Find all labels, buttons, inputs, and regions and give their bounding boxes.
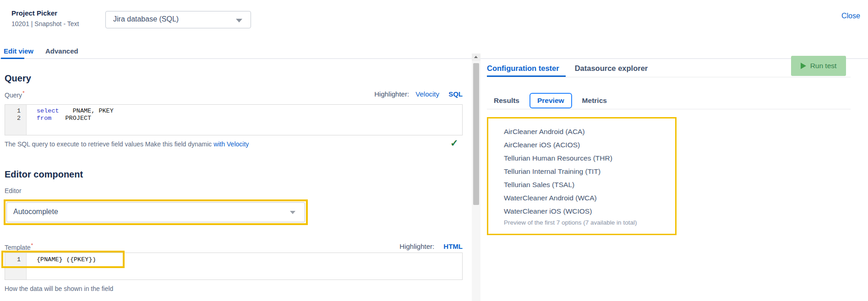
- tester-tabs: Configuration tester Datasource explorer: [487, 64, 648, 73]
- play-icon: [801, 63, 806, 69]
- sql-code: PNAME, PKEY: [69, 108, 114, 115]
- view-tabs: Edit view Advanced: [4, 47, 78, 55]
- editor-select-value: Autocomplete: [13, 208, 58, 216]
- preview-option: WaterCleaner Android (WCA): [504, 191, 671, 204]
- sql-keyword: select: [37, 108, 59, 115]
- query-valid-check-icon: ✓: [450, 138, 459, 149]
- preview-option: Tellurian Sales (TSAL): [504, 178, 671, 191]
- preview-option: Tellurian Human Resources (THR): [504, 151, 671, 165]
- subtab-preview[interactable]: Preview: [530, 93, 572, 108]
- scrollbar-up-button[interactable]: [472, 54, 480, 61]
- page-title: Project Picker: [11, 9, 57, 17]
- template-highlighter-label: Highlighter:: [399, 242, 434, 250]
- subtab-preview-label: Preview: [537, 97, 564, 105]
- vertical-scrollbar-thumb[interactable]: [473, 63, 479, 205]
- tab-configuration-tester[interactable]: Configuration tester: [487, 64, 559, 73]
- sql-code: PROJECT: [61, 115, 91, 122]
- query-code-editor[interactable]: 1select PNAME, PKEY 2from PROJECT: [5, 104, 463, 135]
- template-code-line: 1{PNAME} ({PKEY}): [5, 253, 462, 267]
- query-code-line: 1select PNAME, PKEY: [5, 108, 462, 115]
- subtab-metrics[interactable]: Metrics: [582, 97, 607, 105]
- chevron-down-icon: [290, 211, 295, 214]
- query-code-line: 2from PROJECT: [5, 115, 462, 122]
- tab-datasource-explorer[interactable]: Datasource explorer: [575, 64, 648, 73]
- run-test-button-label: Run test: [810, 62, 837, 70]
- datasource-select-value: Jira database (SQL): [113, 15, 179, 23]
- chevron-down-icon: [236, 19, 242, 22]
- tester-tabs-divider: [487, 77, 851, 77]
- template-highlighter-row: Highlighter: HTML: [5, 242, 463, 250]
- query-section-heading: Query: [5, 73, 31, 84]
- tab-edit-view[interactable]: Edit view: [4, 47, 33, 55]
- line-number: 2: [5, 115, 27, 122]
- preview-option: WaterCleaner iOS (WCIOS): [504, 204, 671, 218]
- tester-active-tab-underline: [487, 75, 566, 77]
- subtabs-divider: [487, 109, 851, 109]
- template-help-text: How the data will be shown in the field: [5, 285, 113, 292]
- run-test-button[interactable]: Run test: [791, 56, 846, 76]
- editor-component-heading: Editor component: [5, 169, 83, 180]
- field-configuration-page: Project Picker 10201 | Snapshot - Text J…: [0, 0, 868, 301]
- tabs-divider: [0, 58, 868, 59]
- highlighter-option-html[interactable]: HTML: [443, 242, 463, 250]
- subtab-results[interactable]: Results: [494, 97, 519, 105]
- query-highlighter-row: Highlighter: Velocity SQL: [5, 90, 463, 98]
- editor-select-highlight: Autocomplete: [4, 199, 308, 225]
- field-id-subtitle: 10201 | Snapshot - Text: [11, 20, 79, 27]
- preview-option: AirCleaner Android (ACA): [504, 125, 671, 138]
- line-number: 1: [5, 253, 27, 267]
- highlighter-option-sql[interactable]: SQL: [448, 90, 463, 98]
- preview-option: AirCleaner iOS (ACIOS): [504, 138, 671, 151]
- editor-field-label: Editor: [5, 187, 22, 194]
- query-help-text: The SQL query to execute to retrieve fie…: [5, 140, 249, 148]
- template-code-editor[interactable]: 1{PNAME} ({PKEY}): [5, 253, 463, 280]
- tab-advanced[interactable]: Advanced: [45, 47, 78, 55]
- result-subtabs: Results Preview Metrics: [494, 92, 607, 109]
- line-number: 1: [5, 108, 27, 115]
- query-help-text-body: The SQL query to execute to retrieve fie…: [5, 140, 213, 148]
- active-tab-underline: [1, 58, 24, 59]
- query-highlighter-label: Highlighter:: [374, 90, 409, 98]
- datasource-select[interactable]: Jira database (SQL): [105, 11, 251, 28]
- highlighter-option-velocity[interactable]: Velocity: [415, 90, 439, 98]
- velocity-help-link[interactable]: with Velocity: [213, 140, 249, 148]
- preview-footer-note: Preview of the first 7 options (7 availa…: [504, 219, 671, 226]
- editor-select[interactable]: Autocomplete: [6, 202, 305, 222]
- sql-keyword: from: [37, 115, 51, 122]
- close-link[interactable]: Close: [841, 12, 860, 20]
- template-code: {PNAME} ({PKEY}): [37, 253, 96, 267]
- triangle-up-icon: [474, 56, 478, 58]
- preview-results-box: AirCleaner Android (ACA) AirCleaner iOS …: [487, 117, 677, 235]
- preview-option: Tellurian Internal Training (TIT): [504, 165, 671, 178]
